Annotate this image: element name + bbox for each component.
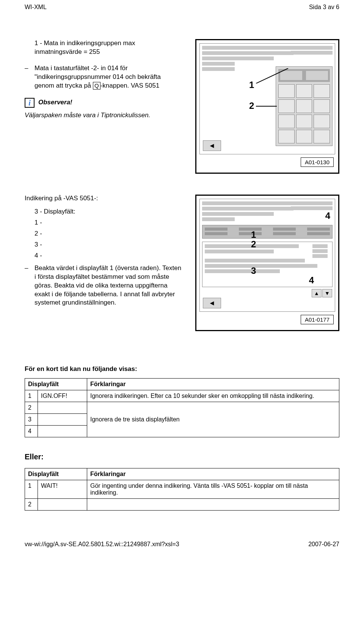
- key-q: Q: [93, 82, 100, 90]
- figure-label: A01-0130: [301, 157, 334, 167]
- figure-a01-0177: ▲ ▼ 1 2 3 4: [195, 195, 339, 331]
- callout-3: 3: [251, 266, 256, 276]
- page-header: WI-XML Sida 3 av 6: [25, 4, 339, 11]
- figure-a01-0130: 1 2 ◄ A01-0130: [195, 39, 339, 174]
- back-arrow-icon: ◄: [203, 298, 221, 308]
- list-item: 2 -: [25, 229, 182, 238]
- footer-left: vw-wi://igg/A.sv-SE.A02.5801.52.wi::2124…: [25, 541, 179, 548]
- list-item: – Mata i tastaturfältet -2- in 014 för "…: [25, 64, 182, 90]
- text: Beakta värdet i displayfält 1 (översta r…: [35, 264, 182, 308]
- table-row: 1 IGN.OFF! Ignorera indikeringen. Efter …: [25, 390, 339, 402]
- footer-right: 2007-06-27: [308, 541, 339, 548]
- back-arrow-icon: ◄: [203, 140, 221, 151]
- info-icon: i: [25, 98, 35, 108]
- list-item: 1 -: [25, 218, 182, 227]
- list-item: 3 - Displayfält:: [25, 207, 182, 216]
- info-label: Observera!: [38, 98, 72, 106]
- page-footer: vw-wi://igg/A.sv-SE.A02.5801.52.wi::2124…: [25, 541, 339, 548]
- list-item: 1 - Mata in indikeringsgruppen max inmat…: [25, 39, 182, 57]
- list-item: – Beakta värdet i displayfält 1 (översta…: [25, 264, 182, 308]
- table-1: Displayfält Förklaringar 1 IGN.OFF! Igno…: [25, 378, 339, 437]
- table2-col2: Förklaringar: [87, 468, 339, 480]
- scroll-up-icon: ▲: [312, 289, 322, 297]
- table-row: 2 Ignorera de tre sista displayfälten: [25, 402, 339, 414]
- table-row: 2: [25, 499, 339, 511]
- info-note-row: i Observera!: [25, 98, 182, 108]
- eller-heading: Eller:: [25, 453, 339, 461]
- callout-2: 2: [249, 101, 254, 111]
- list-item: 4 -: [25, 251, 182, 260]
- text: 1 - Mata in indikeringsgruppen max inmat…: [35, 39, 182, 57]
- table1-heading: För en kort tid kan nu följande visas:: [25, 365, 339, 373]
- callout-1: 1: [249, 80, 254, 90]
- callout-1: 1: [251, 229, 256, 240]
- table-row: 1 WAIT! Gör ingenting under denna indike…: [25, 480, 339, 499]
- block2-heading: Indikering på -VAS 5051-:: [25, 195, 182, 202]
- scroll-down-icon: ▼: [322, 289, 332, 297]
- info-note-text: Väljarspaken måste vara i Tiptronickulis…: [25, 112, 182, 119]
- callout-4b: 4: [309, 275, 314, 286]
- callout-4: 4: [325, 211, 330, 221]
- text: Mata i tastaturfältet -2- in 014 för "in…: [35, 64, 182, 90]
- svg-line-0: [256, 68, 288, 83]
- callout-2: 2: [251, 239, 256, 250]
- table-2: Displayfält Förklaringar 1 WAIT! Gör ing…: [25, 468, 339, 511]
- figure-label: A01-0177: [301, 315, 334, 324]
- table2-col1: Displayfält: [25, 468, 87, 480]
- list-item: 3 -: [25, 240, 182, 249]
- header-right: Sida 3 av 6: [309, 4, 339, 11]
- table1-col2: Förklaringar: [87, 379, 339, 390]
- table1-col1: Displayfält: [25, 379, 87, 390]
- header-left: WI-XML: [25, 4, 47, 11]
